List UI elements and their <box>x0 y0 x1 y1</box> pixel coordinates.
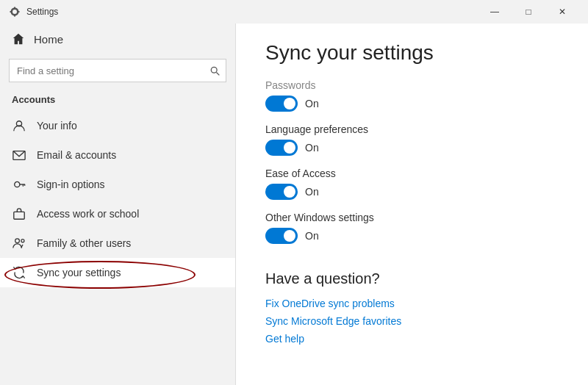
passwords-toggle-track[interactable] <box>265 96 298 112</box>
home-label: Home <box>34 33 63 46</box>
search-input[interactable] <box>9 59 226 82</box>
ease-access-label: Ease of Access <box>265 168 559 179</box>
sync-icon <box>12 265 26 280</box>
accounts-section-title: Accounts <box>0 91 235 111</box>
title-bar-left: Settings <box>9 6 58 18</box>
app-title: Settings <box>26 7 58 17</box>
ease-access-toggle-row: On <box>265 184 559 200</box>
email-accounts-label: Email & accounts <box>37 149 116 161</box>
language-toggle-row: On <box>265 140 559 156</box>
other-windows-toggle-row: On <box>265 228 559 244</box>
page-title: Sync your settings <box>265 41 559 65</box>
family-users-label: Family & other users <box>37 237 131 249</box>
content-area: Sync your settings Passwords On Language… <box>235 24 588 385</box>
svg-point-9 <box>15 239 20 243</box>
svg-line-1 <box>216 72 219 75</box>
envelope-icon <box>12 148 26 162</box>
work-icon <box>12 207 26 220</box>
language-toggle-label: On <box>305 142 319 154</box>
language-toggle[interactable] <box>265 140 298 156</box>
access-work-label: Access work or school <box>37 208 139 220</box>
passwords-toggle[interactable] <box>265 96 298 112</box>
sync-arrows-icon <box>12 266 26 279</box>
sidebar-item-access-work[interactable]: Access work or school <box>0 199 235 229</box>
family-icon <box>12 236 26 251</box>
sidebar-item-your-info[interactable]: Your info <box>0 111 235 140</box>
other-windows-toggle-label: On <box>305 230 319 242</box>
other-windows-label: Other Windows settings <box>265 212 559 223</box>
ease-access-toggle-label: On <box>305 186 319 198</box>
svg-point-4 <box>15 181 20 187</box>
passwords-partial-label: Passwords <box>265 79 559 91</box>
fix-onedrive-link[interactable]: Fix OneDrive sync problems <box>265 298 559 309</box>
passwords-toggle-row: On <box>265 96 559 112</box>
search-box <box>9 59 226 82</box>
home-icon <box>12 32 25 46</box>
language-toggle-track[interactable] <box>265 140 298 156</box>
your-info-label: Your info <box>37 120 77 132</box>
briefcase-icon <box>12 206 26 221</box>
sidebar-item-family-users[interactable]: Family & other users <box>0 229 235 258</box>
svg-rect-8 <box>14 212 24 219</box>
sidebar-item-home[interactable]: Home <box>0 24 235 54</box>
maximize-button[interactable]: □ <box>512 0 545 24</box>
svg-point-0 <box>211 67 217 73</box>
svg-point-10 <box>21 240 24 242</box>
sidebar: Home Accounts Your info <box>0 24 235 385</box>
other-windows-toggle-track[interactable] <box>265 228 298 244</box>
sidebar-item-sync-settings[interactable]: Sync your settings <box>0 258 235 287</box>
key-icon <box>12 178 26 191</box>
language-label: Language preferences <box>265 123 559 135</box>
sync-edge-link[interactable]: Sync Microsoft Edge favorites <box>265 315 559 327</box>
passwords-toggle-label: On <box>305 98 319 109</box>
have-question-title: Have a question? <box>265 270 559 287</box>
main-layout: Home Accounts Your info <box>0 24 588 385</box>
other-windows-toggle[interactable] <box>265 228 298 244</box>
ease-access-toggle[interactable] <box>265 184 298 200</box>
person-icon <box>12 119 26 132</box>
email-icon <box>12 148 26 162</box>
title-bar-controls: — □ ✕ <box>478 0 579 24</box>
signin-icon <box>12 177 26 192</box>
sync-settings-label: Sync your settings <box>37 267 121 278</box>
sidebar-item-email-accounts[interactable]: Email & accounts <box>0 140 235 170</box>
sign-in-options-label: Sign-in options <box>37 179 105 190</box>
search-icon <box>210 66 220 76</box>
minimize-button[interactable]: — <box>478 0 512 24</box>
title-bar: Settings — □ ✕ <box>0 0 588 24</box>
sidebar-item-sign-in-options[interactable]: Sign-in options <box>0 170 235 199</box>
get-help-link[interactable]: Get help <box>265 333 559 345</box>
people-icon <box>12 237 26 250</box>
your-info-icon <box>12 118 26 133</box>
close-button[interactable]: ✕ <box>545 0 579 24</box>
ease-access-toggle-track[interactable] <box>265 184 298 200</box>
search-button[interactable] <box>203 59 226 82</box>
settings-app-icon <box>9 6 21 18</box>
